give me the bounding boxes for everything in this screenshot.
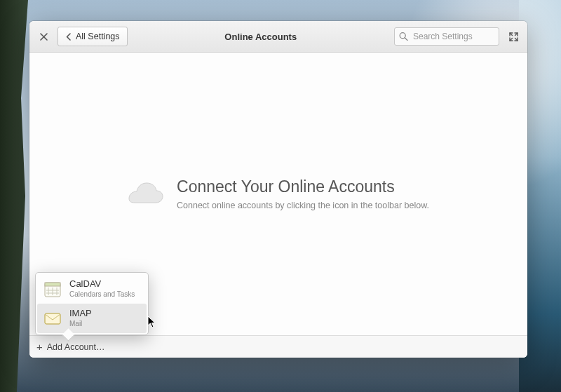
add-account-button[interactable]: + Add Account…	[32, 338, 111, 356]
popover-item-sublabel: Calendars and Tasks	[69, 290, 135, 299]
titlebar: All Settings Online Accounts	[29, 21, 527, 53]
svg-rect-2	[45, 283, 60, 286]
expand-icon	[509, 32, 518, 41]
calendar-icon	[43, 279, 62, 299]
add-account-label: Add Account…	[47, 342, 105, 352]
svg-rect-8	[45, 313, 60, 324]
search-icon	[399, 32, 408, 41]
empty-heading: Connect Your Online Accounts	[177, 177, 429, 196]
popover-item-sublabel: Mail	[69, 320, 92, 328]
close-icon	[40, 33, 48, 41]
wallpaper-cliff	[0, 0, 28, 392]
maximize-button[interactable]	[505, 28, 522, 45]
empty-state-text: Connect Your Online Accounts Connect onl…	[177, 177, 429, 210]
popover-item-caldav[interactable]: CalDAV Calendars and Tasks	[37, 274, 147, 304]
popover-item-imap[interactable]: IMAP Mail	[37, 304, 147, 333]
add-account-popover: CalDAV Calendars and Tasks IMAP Mail	[35, 272, 149, 335]
plus-icon: +	[36, 342, 43, 352]
all-settings-button[interactable]: All Settings	[58, 27, 128, 46]
popover-item-label: CalDAV	[69, 279, 135, 289]
search-input[interactable]	[394, 27, 499, 46]
popover-item-label: IMAP	[69, 309, 92, 318]
mail-icon	[43, 309, 62, 328]
bottom-toolbar: + Add Account…	[29, 335, 527, 358]
back-arrow-icon	[65, 33, 73, 41]
cloud-icon	[128, 182, 164, 207]
empty-subtext: Connect online accounts by clicking the …	[177, 201, 429, 210]
close-button[interactable]	[35, 28, 52, 45]
popover-item-text: IMAP Mail	[69, 309, 92, 327]
search-field-wrap	[394, 27, 499, 46]
settings-window: All Settings Online Accounts Connect Yo	[29, 21, 527, 358]
empty-state: Connect Your Online Accounts Connect onl…	[128, 177, 429, 210]
popover-item-text: CalDAV Calendars and Tasks	[69, 279, 135, 298]
window-title: Online Accounts	[133, 32, 388, 42]
all-settings-label: All Settings	[76, 32, 120, 41]
